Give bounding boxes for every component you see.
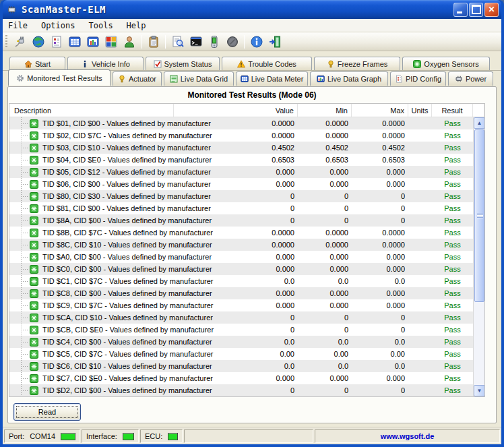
website-link[interactable]: www.wgsoft.de <box>381 432 435 440</box>
cell-description: TID $C9, CID $7C - Values defined by man… <box>42 301 214 309</box>
menu-help[interactable]: Help <box>127 21 146 30</box>
cell-description: TID $06, CID $00 - Values defined by man… <box>42 180 211 188</box>
tab-live-data-graph[interactable]: Live Data Graph <box>310 71 388 86</box>
table-row[interactable]: TID $C4, CID $00 - Values defined by man… <box>9 336 484 348</box>
cell-result: Pass <box>432 350 473 358</box>
table-row[interactable]: TID $8A, CID $00 - Values defined by man… <box>9 214 484 227</box>
table-row[interactable]: TID $80, CID $30 - Values defined by man… <box>9 190 484 202</box>
terminal-icon[interactable] <box>187 34 204 50</box>
table-row[interactable]: TID $C5, CID $7C - Values defined by man… <box>9 348 484 360</box>
report-icon[interactable] <box>48 34 65 50</box>
menu-options[interactable]: Options <box>41 21 75 30</box>
data-chart-icon[interactable] <box>84 34 101 50</box>
info-icon[interactable] <box>248 34 265 50</box>
minimize-button[interactable] <box>453 3 468 17</box>
cell-value: 0 <box>244 204 298 212</box>
table-row[interactable]: TID $81, CID $00 - Values defined by man… <box>9 202 484 214</box>
tab-label: Monitored Test Results <box>27 74 102 82</box>
tab-pid-config[interactable]: PID Config <box>390 71 446 86</box>
table-row[interactable]: TID $C9, CID $7C - Values defined by man… <box>9 299 484 311</box>
col-min[interactable]: Min <box>298 104 352 117</box>
tab-live-data-grid[interactable]: Live Data Grid <box>164 71 234 86</box>
interface-status-led <box>123 433 134 440</box>
exit-icon[interactable] <box>266 34 283 50</box>
table-row[interactable]: TID $C1, CID $7C - Values defined by man… <box>9 275 484 287</box>
cell-result: Pass <box>432 168 473 176</box>
cell-min: 0.000 <box>298 374 352 382</box>
tab-system-status[interactable]: System Status <box>146 57 220 70</box>
table-row[interactable]: TID $C0, CID $00 - Values defined by man… <box>9 263 484 275</box>
paste-icon[interactable] <box>145 34 162 50</box>
preview-icon[interactable] <box>169 34 186 50</box>
table-row[interactable]: TID $D2, CID $00 - Values defined by man… <box>9 384 484 396</box>
cell-min: 0.000 <box>298 168 352 176</box>
table-row[interactable]: TID $04, CID $E0 - Values defined by man… <box>9 154 484 166</box>
table-row[interactable]: TID $8B, CID $7C - Values defined by man… <box>9 227 484 239</box>
table-row[interactable]: TID $02, CID $7C - Values defined by man… <box>9 129 484 142</box>
cell-description: TID $03, CID $10 - Values defined by man… <box>42 144 211 152</box>
cell-description: TID $01, CID $00 - Values defined by man… <box>42 119 211 127</box>
page-title: Monitored Test Results (Mode 06) <box>8 87 496 103</box>
connect-icon[interactable] <box>11 34 28 50</box>
read-button[interactable]: Read <box>13 403 81 421</box>
scroll-down-icon[interactable]: ▼ <box>474 385 485 396</box>
table-row[interactable]: TID $05, CID $12 - Values defined by man… <box>9 166 484 178</box>
tab-label: Actuator <box>129 75 156 83</box>
gauge-icon[interactable] <box>224 34 241 50</box>
client-area: File Options Tools Help StartVehicle Inf… <box>3 19 501 444</box>
doc-icon <box>395 75 403 83</box>
vertical-scrollbar[interactable]: ▲ ▼ <box>473 117 484 396</box>
cell-result: Pass <box>432 362 473 370</box>
scrollbar-thumb[interactable] <box>474 129 484 302</box>
tree-branch-icon <box>21 354 28 355</box>
menu-tools[interactable]: Tools <box>88 21 113 30</box>
table-row[interactable]: TID $CB, CID $E0 - Values defined by man… <box>9 324 484 336</box>
test-item-icon <box>30 131 38 140</box>
web-icon[interactable] <box>30 34 46 50</box>
tab-live-data-meter[interactable]: Live Data Meter <box>236 71 308 86</box>
table-row[interactable]: TID $06, CID $00 - Values defined by man… <box>9 178 484 190</box>
cell-result: Pass <box>432 265 473 273</box>
col-description[interactable]: Description <box>9 104 174 117</box>
table-row[interactable]: TID $CA, CID $10 - Values defined by man… <box>9 311 484 324</box>
table-row[interactable]: TID $8C, CID $10 - Values defined by man… <box>9 239 484 251</box>
tab-freeze-frames[interactable]: Freeze Frames <box>314 57 400 70</box>
cell-min: 0.0 <box>298 362 352 370</box>
tree-branch-icon <box>21 196 28 197</box>
interface-device-icon[interactable] <box>206 34 222 50</box>
table-row[interactable]: TID $03, CID $10 - Values defined by man… <box>9 142 484 154</box>
user-icon[interactable] <box>121 34 137 50</box>
graph-window-icon[interactable] <box>102 34 119 50</box>
table-row[interactable]: TID $A0, CID $00 - Values defined by man… <box>9 251 484 263</box>
table-row[interactable]: TID $C7, CID $E0 - Values defined by man… <box>9 372 484 384</box>
table-row[interactable]: TID $01, CID $00 - Values defined by man… <box>9 117 484 129</box>
cell-min: 0.00 <box>298 350 352 358</box>
col-max[interactable]: Max <box>352 104 408 117</box>
scroll-up-icon[interactable]: ▲ <box>474 117 485 129</box>
cell-value: 0.000 <box>244 289 298 297</box>
cell-min: 0 <box>298 204 352 212</box>
tab-label: Vehicle Info <box>92 60 130 68</box>
table-row[interactable]: TID $C6, CID $10 - Values defined by man… <box>9 360 484 372</box>
tab-oxygen-sensors[interactable]: Oxygen Sensors <box>402 57 490 70</box>
test-item-icon <box>30 265 38 274</box>
menu-file[interactable]: File <box>8 21 28 30</box>
table-row[interactable]: TID $C8, CID $00 - Values defined by man… <box>9 287 484 299</box>
tab-vehicle-info[interactable]: Vehicle Info <box>67 57 144 70</box>
col-result[interactable]: Result <box>432 104 473 117</box>
tab-power[interactable]: Power <box>448 71 493 86</box>
maximize-button[interactable] <box>469 3 483 17</box>
cell-result: Pass <box>432 326 473 334</box>
tab-trouble-codes[interactable]: Trouble Codes <box>222 57 312 70</box>
toolbar-grip[interactable] <box>5 35 7 49</box>
tab-start[interactable]: Start <box>9 57 65 70</box>
data-grid-icon[interactable] <box>66 34 83 50</box>
cell-value: 0 <box>244 314 298 322</box>
col-value[interactable]: Value <box>174 104 298 117</box>
test-item-icon <box>30 350 38 359</box>
tab-actuator[interactable]: Actuator <box>113 71 162 86</box>
cell-result: Pass <box>432 386 473 394</box>
col-units[interactable]: Units <box>408 104 432 117</box>
tab-monitored-test-results[interactable]: Monitored Test Results <box>8 69 111 86</box>
close-button[interactable] <box>484 3 499 17</box>
